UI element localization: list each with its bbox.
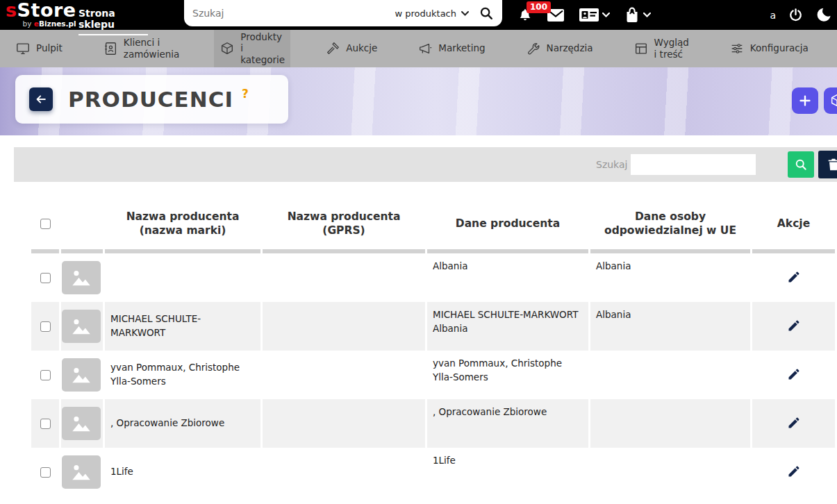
eu-person-data: Albania <box>590 302 750 351</box>
nav-item-pulpit[interactable]: Pulpit <box>10 37 68 60</box>
list-search-label: Szukaj <box>596 159 627 170</box>
producer-gprs <box>263 399 425 448</box>
list-search-button[interactable] <box>788 151 814 178</box>
edit-icon[interactable] <box>787 367 801 381</box>
shopping-bag-icon <box>624 6 640 24</box>
image-placeholder-icon <box>62 261 101 294</box>
power-icon <box>788 7 804 23</box>
contacts-menu-button[interactable] <box>579 8 610 22</box>
user-initial: a <box>770 10 776 21</box>
table-row: yvan Pommaux, Christophe Ylla-Somers yva… <box>31 351 835 399</box>
column-header-producer: Dane producenta <box>427 198 588 253</box>
producer-data: 1Life <box>427 448 588 496</box>
chevron-down-icon <box>461 11 469 16</box>
logo-by: by <box>23 19 34 28</box>
table-row: 1Life 1Life <box>31 448 835 496</box>
nav-item-klienci[interactable]: Klienci i zamówienia <box>97 33 185 63</box>
column-header-name: Nazwa producenta (nazwa marki) <box>105 198 260 253</box>
sliders-icon <box>729 41 745 56</box>
search-scope-select[interactable]: w produktach <box>395 8 470 19</box>
store-page-link[interactable]: Strona sklepu <box>78 8 148 35</box>
nav-item-marketing[interactable]: Marketing <box>412 37 490 60</box>
edit-icon[interactable] <box>787 416 801 430</box>
table-row: Albania Albania <box>31 253 835 302</box>
global-search: w produktach <box>184 0 502 26</box>
row-checkbox[interactable] <box>40 370 51 380</box>
megaphone-icon <box>417 41 433 56</box>
table-row: MICHAEL SCHULTE-MARKWORT MICHAEL SCHULTE… <box>31 302 835 351</box>
eu-person-data: Albania <box>590 253 750 302</box>
producer-data: MICHAEL SCHULTE-MARKWORT Albania <box>427 302 588 351</box>
logo-s: s <box>6 0 17 21</box>
nav-item-produkty[interactable]: Produkty i kategorie <box>214 28 290 69</box>
producer-name <box>105 253 260 302</box>
page-title: PRODUCENCI <box>68 87 233 112</box>
shop-menu-button[interactable] <box>624 6 651 24</box>
eu-person-data <box>590 351 750 399</box>
edit-icon[interactable] <box>787 464 801 478</box>
search-scope-label: w produktach <box>395 8 457 19</box>
delete-selected-button[interactable] <box>818 151 837 178</box>
notification-badge: 100 <box>527 1 551 13</box>
dark-mode-toggle[interactable] <box>815 6 833 24</box>
layout-icon <box>633 41 649 56</box>
address-book-icon <box>103 41 118 56</box>
table-header-row: Nazwa producenta (nazwa marki) Nazwa pro… <box>31 198 835 253</box>
cube-edit-icon <box>829 93 837 108</box>
table-row: , Opracowanie Zbiorowe , Opracowanie Zbi… <box>31 399 835 448</box>
logout-button[interactable] <box>788 7 804 23</box>
logo-store: Store <box>17 0 76 21</box>
producer-name: yvan Pommaux, Christophe Ylla-Somers <box>105 351 260 399</box>
row-checkbox[interactable] <box>40 321 51 332</box>
producer-gprs <box>263 253 425 302</box>
nav-label: Produkty i kategorie <box>240 31 285 65</box>
nav-item-konfiguracja[interactable]: Konfiguracja <box>724 37 814 60</box>
column-header-eu: Dane osoby odpowiedzialnej w UE <box>590 198 750 253</box>
row-checkbox[interactable] <box>40 467 51 478</box>
image-placeholder-icon <box>62 358 101 392</box>
gavel-icon <box>325 41 340 56</box>
global-search-input[interactable] <box>192 8 395 19</box>
app-logo: sStore by eBiznes.pl <box>6 1 76 28</box>
chevron-down-icon <box>643 12 651 17</box>
list-search-input[interactable] <box>631 154 756 175</box>
main-nav: Pulpit Klienci i zamówienia Produkty i k… <box>0 30 837 67</box>
producer-data: yvan Pommaux, Christophe Ylla-Somers <box>427 351 588 399</box>
producer-gprs <box>263 351 425 399</box>
nav-label: Pulpit <box>36 42 63 53</box>
help-icon[interactable]: ? <box>242 87 249 101</box>
nav-item-aukcje[interactable]: Aukcje <box>320 37 383 60</box>
nav-item-wyglad[interactable]: Wygląd i treść <box>628 33 695 63</box>
image-placeholder-icon <box>62 455 101 489</box>
nav-label: Narzędzia <box>547 42 593 53</box>
monitor-icon <box>15 41 31 56</box>
row-checkbox[interactable] <box>40 273 51 283</box>
manage-products-button[interactable] <box>824 87 837 114</box>
row-checkbox[interactable] <box>40 419 51 429</box>
edit-icon[interactable] <box>787 270 801 284</box>
image-column-header <box>61 198 103 253</box>
edit-icon[interactable] <box>787 319 801 333</box>
notifications-button[interactable]: 100 <box>517 7 533 24</box>
nav-label: Klienci i zamówienia <box>124 37 179 59</box>
logo-by-e: e <box>34 19 39 28</box>
producer-name: MICHAEL SCHULTE-MARKWORT <box>105 302 260 351</box>
column-header-actions: Akcje <box>752 198 835 253</box>
search-icon[interactable] <box>479 6 494 21</box>
search-icon <box>794 158 808 171</box>
nav-item-narzedzia[interactable]: Narzędzia <box>520 37 599 60</box>
select-all-checkbox[interactable] <box>40 219 51 229</box>
nav-label: Aukcje <box>346 42 377 53</box>
plus-icon <box>797 93 813 108</box>
nav-label: Wygląd i treść <box>654 37 689 59</box>
cube-icon <box>219 41 235 56</box>
arrow-left-icon <box>34 92 48 106</box>
wrench-icon <box>526 41 541 56</box>
add-producer-button[interactable] <box>792 87 818 114</box>
back-button[interactable] <box>29 87 53 111</box>
chevron-down-icon <box>602 12 610 17</box>
page-header-banner: PRODUCENCI ? <box>0 67 837 135</box>
logo-by-brand: Biznes.pl <box>39 19 76 28</box>
producer-name: , Opracowanie Zbiorowe <box>105 399 260 448</box>
producer-gprs <box>263 448 425 496</box>
